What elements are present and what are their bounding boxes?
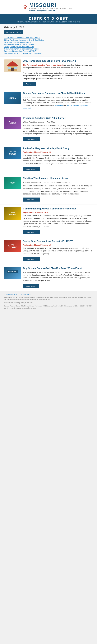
header-conference: CONFERENCE OF THE UNITED METHODIST CHURC… (30, 8, 74, 10)
footer-links: Forward this email View in browser (4, 294, 93, 295)
article-comms-body: Join us on March 19 at Cardeneton UMC fo… (23, 214, 93, 228)
footer-unsub: To unsubscribe or manage mailings, click… (4, 302, 93, 304)
article-faith-image: Faith AfterFergusonBook Study (4, 147, 21, 160)
article-faith: Faith AfterFergusonBook Study Faith Afte… (0, 144, 97, 174)
comms-learn-more-button[interactable]: Learn More → (23, 230, 40, 234)
article-parsonage-content: 2022 Parsonage Inspection Form - Due Mar… (23, 60, 93, 86)
webinar-badge: WEBINAR (7, 270, 18, 273)
article-preaching-body: This year's Academy will focus on effect… (23, 124, 93, 135)
email-wrapper: ✞ MISSOURI CONFERENCE OF THE UNITED METH… (0, 0, 97, 311)
article-preaching-inner: PreachingAcademy Preaching Academy With … (4, 116, 93, 142)
article-thinking-image: Home &Away (4, 177, 21, 189)
toc-link-comms[interactable]: Communicating Across Generations Worksho… (4, 48, 93, 50)
table-of-contents: 2022 Parsonage Inspection Form - Due Mar… (4, 37, 93, 54)
header-title-block: MISSOURI CONFERENCE OF THE UNITED METHOD… (30, 3, 74, 12)
article-bishop-body: In a recent statement emailed to clergy … (23, 96, 93, 110)
article-scouts-body: The twelfth point of the Scout law says,… (23, 271, 93, 282)
toc-link-faith[interactable]: Faith After Ferguson Monthly Book Study (4, 44, 93, 46)
article-thinking-inner: Home &Away Thinking Theologically: Home … (4, 177, 93, 202)
article-scouts-image: WEBINAR Zoom Event (4, 267, 21, 279)
footer-address: Gateway Regional District of the Missour… (4, 305, 93, 309)
article-faith-content: Faith After Ferguson Monthly Book Study … (23, 147, 93, 171)
article-scouts-title: Boy Scouts Duty to God "Twelfth Point" Z… (23, 267, 93, 270)
parsonage-highlight: The Parsonage Inspection Form is due Mar… (23, 64, 64, 66)
article-parsonage-image (4, 60, 21, 72)
parsonage-text-main: All churches that own a parsonage are re… (23, 64, 92, 80)
parsonage-forms-button[interactable]: Forms → (23, 82, 36, 86)
article-scouts-content: Boy Scouts Duty to God "Twelfth Point" Z… (23, 267, 93, 288)
article-comms-inner: CommsWorkshop Communicating Across Gener… (4, 207, 93, 234)
comms-image-placeholder: CommsWorkshop (4, 207, 21, 220)
preaching-learn-more-button[interactable]: Learn More → (23, 137, 40, 141)
bishop-image-placeholder: Bishop'sStatement (4, 92, 21, 104)
article-parsonage-inner: 2022 Parsonage Inspection Form - Due Mar… (4, 60, 93, 86)
faith-learn-more-button[interactable]: Learn More → (23, 167, 40, 171)
preaching-image-placeholder: PreachingAcademy (4, 116, 21, 129)
article-thinking-title: Thinking Theologically: Home and Away (23, 177, 93, 180)
soul-learn-more-button[interactable]: Learn More → (23, 257, 40, 261)
article-parsonage-title: 2022 Parsonage Inspection Form - Due Mar… (23, 60, 93, 62)
article-scouts-inner: WEBINAR Zoom Event Boy Scouts Duty to Go… (4, 267, 93, 288)
article-thinking-content: Thinking Theologically: Home and Away Th… (23, 177, 93, 202)
article-soul-image: SoulConnectionsJOURNEY (4, 240, 21, 252)
header-missouri: MISSOURI (30, 3, 74, 8)
thinking-image-placeholder: Home &Away (4, 177, 21, 189)
article-soul-inner: SoulConnectionsJOURNEY Spring Soul Conne… (4, 240, 93, 261)
view-in-browser-link[interactable]: View in browser (21, 294, 32, 295)
article-faith-inner: Faith AfterFergusonBook Study Faith Afte… (4, 147, 93, 171)
article-soul-body: Join us March 31 to April 2 at Unity Vil… (23, 247, 93, 255)
article-bishop: Bishop'sStatement Bishop Farr Issues Sta… (0, 89, 97, 114)
cross-icon: ✞ (23, 4, 28, 10)
toc-link-scouts[interactable]: Boy Scouts Duty to God "Twelfth Point" Z… (4, 52, 93, 54)
article-preaching-content: Preaching Academy With Nikki Larner! Vir… (23, 116, 93, 142)
article-soul-title: Spring Soul Connections Retreat: JOURNEY (23, 240, 93, 243)
article-comms-image: CommsWorkshop (4, 207, 21, 220)
toc-link-parsonage[interactable]: 2022 Parsonage Inspection Form - Due Mar… (4, 37, 93, 39)
district-website-button[interactable]: District Website → (4, 30, 24, 34)
article-preaching-title: Preaching Academy With Nikki Larner! (23, 116, 93, 120)
forward-email-link[interactable]: Forward this email (4, 294, 17, 295)
logo-block: ✞ MISSOURI CONFERENCE OF THE UNITED METH… (2, 3, 96, 12)
svg-rect-5 (14, 67, 17, 69)
article-preaching-image: PreachingAcademy (4, 116, 21, 129)
article-parsonage: 2022 Parsonage Inspection Form - Due Mar… (0, 57, 97, 89)
faith-image-placeholder: Faith AfterFergusonBook Study (4, 147, 21, 160)
article-faith-title: Faith After Ferguson Monthly Book Study (23, 147, 93, 150)
toc-link-bishop[interactable]: Bishop Farr Issues Statement on Church D… (4, 39, 93, 41)
date-text: February 2, 2022 (4, 26, 93, 29)
article-bishop-image: Bishop'sStatement (4, 92, 21, 104)
email-footer: Forward this email View in browser email… (0, 291, 97, 311)
toc-link-preaching[interactable]: Preaching Academy With Nikki Larner! (4, 41, 93, 43)
article-soul-registration: Registration Closes February 15. (23, 244, 93, 246)
article-bishop-content: Bishop Farr Issues Statement on Church D… (23, 92, 93, 111)
email-header: ✞ MISSOURI CONFERENCE OF THE UNITED METH… (0, 0, 97, 14)
footer-disclaimer: email@gmail.com sent you this email beca… (4, 296, 93, 301)
digest-banner: DISTRICT DIGEST A DIGITAL NEWSLETTER FRO… (0, 14, 97, 24)
scouts-learn-more-button[interactable]: Learn More + (23, 284, 39, 288)
article-bishop-inner: Bishop'sStatement Bishop Farr Issues Sta… (4, 92, 93, 111)
toc-link-thinking[interactable]: Thinking Theologically: Home and Away (4, 46, 93, 48)
scouts-image-placeholder: WEBINAR Zoom Event (4, 267, 21, 279)
svg-rect-3 (11, 68, 14, 71)
article-thinking-subtitle: Thinking Theologically – Christian Theol… (23, 181, 93, 184)
article-thinking: Home &Away Thinking Theologically: Home … (0, 174, 97, 204)
thinking-learn-more-button[interactable]: Learn More → (23, 198, 40, 202)
svg-rect-4 (8, 67, 11, 69)
article-parsonage-body: The Parsonage Inspection Form is due Mar… (23, 64, 93, 80)
bishop-statement-link[interactable]: statement (55, 104, 63, 106)
digest-title: DISTRICT DIGEST (3, 16, 94, 21)
article-preaching-dateline: Virtual Preaching Academy – Feb. 21-23 (23, 121, 93, 124)
article-faith-registration: Registration Closes February 24. (23, 151, 93, 153)
date-section: February 2, 2022 District Website → 2022… (0, 24, 97, 57)
article-soul-content: Spring Soul Connections Retreat: JOURNEY… (23, 240, 93, 261)
article-comms-content: Communicating Across Generations Worksho… (23, 207, 93, 234)
article-comms-title: Communicating Across Generations Worksho… (23, 207, 93, 210)
article-thinking-body: This March, join facilitator Rev. Rodney… (23, 184, 93, 195)
article-comms: CommsWorkshop Communicating Across Gener… (0, 204, 97, 237)
digest-subtitle: A DIGITAL NEWSLETTER FROM THE GATEWAY RE… (3, 21, 94, 23)
toc-link-soul[interactable]: Spring Soul Connections Retreat: JOURNEY (4, 50, 93, 52)
article-faith-body: Join us this spring for a four-part, vir… (23, 154, 93, 165)
article-scouts: WEBINAR Zoom Event Boy Scouts Duty to Go… (0, 264, 97, 291)
article-soul: SoulConnectionsJOURNEY Spring Soul Conne… (0, 237, 97, 264)
article-comms-registration: Registration Closes March 14. (23, 212, 93, 214)
